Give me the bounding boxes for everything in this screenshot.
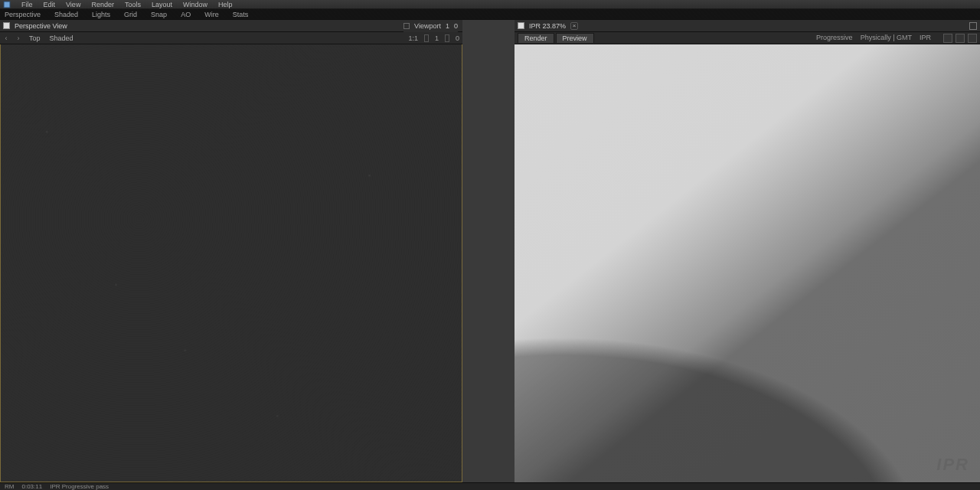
- svg-rect-0: [4, 2, 10, 8]
- right-pane: IPR 23.87% × Render Preview Progressive …: [514, 20, 980, 482]
- left-pane: Perspective View Viewport 1 0 ‹ › Top Sh…: [0, 20, 462, 482]
- menu-help[interactable]: Help: [218, 0, 233, 8]
- menu-file[interactable]: File: [21, 0, 33, 8]
- menu-tools[interactable]: Tools: [125, 0, 141, 8]
- toolbar-ribbon: Perspective Shaded Lights Grid Snap AO W…: [0, 9, 980, 20]
- ipr-save-button[interactable]: [968, 34, 977, 43]
- crumb-b: 0: [454, 22, 458, 30]
- pane-splitter[interactable]: [462, 20, 514, 482]
- right-subbar-tabs: Render Preview: [518, 33, 594, 43]
- tab-preview[interactable]: Preview: [556, 33, 594, 43]
- ribbon-item[interactable]: Lights: [92, 11, 110, 18]
- left-viewport[interactable]: [0, 44, 462, 482]
- mini-slot-b[interactable]: [445, 34, 449, 42]
- right-pane-title[interactable]: IPR 23.87%: [529, 22, 566, 30]
- main-menubar: File Edit View Render Tools Layout Windo…: [0, 0, 980, 9]
- right-subbar-info: Progressive Physically | GMT IPR: [816, 34, 977, 43]
- document-icon: [3, 22, 10, 29]
- status-mode: RM: [5, 483, 14, 490]
- view-mode-top[interactable]: Top: [28, 34, 42, 42]
- crumb-a: 1: [446, 22, 449, 30]
- left-pane-tabs: Perspective View Viewport 1 0: [0, 20, 462, 32]
- ribbon-item[interactable]: AO: [181, 11, 191, 18]
- ipr-stop-button[interactable]: [956, 34, 965, 43]
- renderer-detail: Physically | GMT: [861, 34, 912, 43]
- ribbon-item[interactable]: Shaded: [54, 11, 78, 18]
- ipr-label: IPR: [920, 34, 931, 43]
- nav-back-icon[interactable]: ‹: [3, 34, 9, 42]
- ribbon-item[interactable]: Snap: [151, 11, 167, 18]
- close-icon[interactable]: ×: [570, 22, 578, 30]
- tab-render[interactable]: Render: [518, 33, 554, 43]
- menu-layout[interactable]: Layout: [152, 0, 172, 8]
- ribbon-item[interactable]: Perspective: [5, 11, 41, 18]
- nav-fwd-icon[interactable]: ›: [15, 34, 21, 42]
- ribbon-item[interactable]: Wire: [204, 11, 219, 18]
- right-pane-tabs: IPR 23.87% ×: [514, 20, 980, 32]
- ribbon-item[interactable]: Grid: [124, 11, 137, 18]
- status-bar: RM 0:03:11 IPR Progressive pass: [0, 482, 980, 490]
- menu-edit[interactable]: Edit: [44, 0, 56, 8]
- mini-slot-a[interactable]: [424, 34, 429, 42]
- mini-num-a: 1: [435, 34, 439, 42]
- render-watermark: IPR: [936, 455, 969, 475]
- menu-view[interactable]: View: [66, 0, 80, 8]
- ribbon-item[interactable]: Stats: [233, 11, 249, 18]
- left-pane-title[interactable]: Perspective View: [15, 22, 67, 30]
- right-pane-tab-controls: [969, 22, 977, 30]
- maximize-icon[interactable]: [969, 22, 977, 30]
- document-icon: [518, 22, 524, 29]
- menu-window[interactable]: Window: [183, 0, 207, 8]
- workspace-split: Perspective View Viewport 1 0 ‹ › Top Sh…: [0, 20, 980, 482]
- status-time: 0:03:11: [21, 483, 42, 490]
- app-icon[interactable]: [3, 0, 11, 8]
- menu-render[interactable]: Render: [91, 0, 114, 8]
- right-pane-subbar: Render Preview Progressive Physically | …: [514, 32, 980, 44]
- right-viewport[interactable]: IPR: [514, 44, 980, 482]
- right-subbar-buttons: [943, 34, 977, 43]
- left-pane-crumb: Viewport 1 0: [403, 20, 458, 32]
- left-pane-subbar: ‹ › Top Shaded 1:1 1 0: [0, 32, 462, 44]
- mini-num-b: 0: [456, 34, 459, 42]
- zoom-ratio: 1:1: [408, 34, 418, 42]
- crumb-box-icon[interactable]: [403, 23, 410, 29]
- view-mode-shaded[interactable]: Shaded: [48, 34, 75, 42]
- crumb-label[interactable]: Viewport: [414, 22, 441, 30]
- ipr-start-button[interactable]: [943, 34, 952, 43]
- left-subbar-right: 1:1 1 0: [408, 34, 459, 42]
- renderer-label: Progressive: [816, 34, 853, 43]
- status-msg: IPR Progressive pass: [50, 483, 109, 490]
